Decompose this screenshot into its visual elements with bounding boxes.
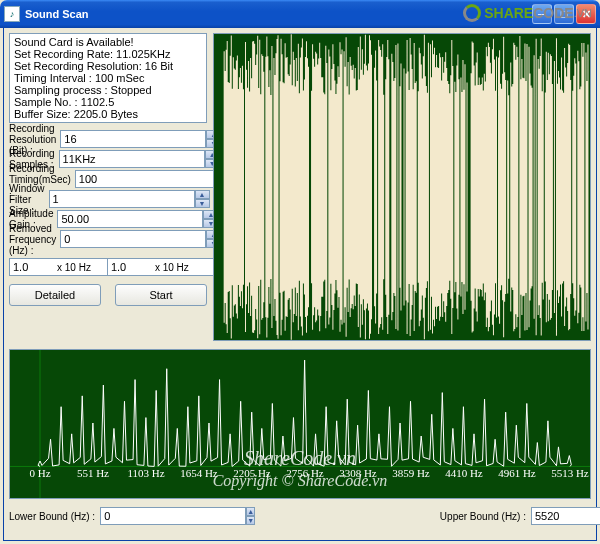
lower-bound-label: Lower Bound (Hz) : — [9, 511, 95, 522]
upper-bound-input[interactable] — [531, 507, 600, 525]
detailed-button[interactable]: Detailed — [9, 284, 101, 306]
svg-text:3308 Hz: 3308 Hz — [339, 467, 377, 479]
svg-text:1103 Hz: 1103 Hz — [127, 467, 164, 479]
start-button[interactable]: Start — [115, 284, 207, 306]
svg-text:2756 Hz: 2756 Hz — [286, 467, 324, 479]
svg-text:0 Hz: 0 Hz — [29, 467, 50, 479]
window-title: Sound Scan — [25, 8, 89, 20]
svg-text:2205 Hz: 2205 Hz — [233, 467, 271, 479]
lower-bound-input[interactable] — [100, 507, 246, 525]
svg-text:5513 Hz: 5513 Hz — [551, 467, 589, 479]
spin-up-icon[interactable]: ▲ — [246, 507, 255, 516]
svg-text:1654 Hz: 1654 Hz — [180, 467, 218, 479]
spectrum-plot: 0 Hz551 Hz1103 Hz1654 Hz2205 Hz2756 Hz33… — [9, 349, 591, 499]
upper-bound-label: Upper Bound (Hz) : — [440, 511, 526, 522]
svg-text:3859 Hz: 3859 Hz — [392, 467, 430, 479]
hz-left-suffix: x 10 Hz — [57, 262, 91, 273]
svg-text:4961 Hz: 4961 Hz — [498, 467, 536, 479]
client-area: Sound Card is Available!Set Recording Ra… — [3, 28, 597, 541]
app-icon: ♪ — [4, 6, 20, 22]
spin-up-icon[interactable]: ▲ — [195, 190, 210, 199]
waveform-plot — [213, 33, 591, 341]
amp_gain-input[interactable] — [57, 210, 203, 228]
rem_freq-label: Removed Frequency (Hz) : — [9, 223, 56, 256]
rec_tim-input[interactable] — [75, 170, 221, 188]
svg-text:551 Hz: 551 Hz — [77, 467, 109, 479]
rec_samp-input[interactable] — [59, 150, 205, 168]
rem_freq-input[interactable] — [60, 230, 206, 248]
spin-down-icon[interactable]: ▼ — [195, 199, 210, 208]
win_filt-input[interactable] — [49, 190, 195, 208]
hz-right-suffix: x 10 Hz — [155, 262, 189, 273]
spin-down-icon[interactable]: ▼ — [246, 516, 255, 525]
left-panel: Sound Card is Available!Set Recording Ra… — [9, 33, 207, 341]
logo-ring-icon — [463, 4, 481, 22]
svg-text:4410 Hz: 4410 Hz — [445, 467, 483, 479]
status-info-box: Sound Card is Available!Set Recording Ra… — [9, 33, 207, 123]
rec_res-input[interactable] — [60, 130, 206, 148]
sharecode-logo: SHARECODE.VN — [463, 4, 592, 22]
